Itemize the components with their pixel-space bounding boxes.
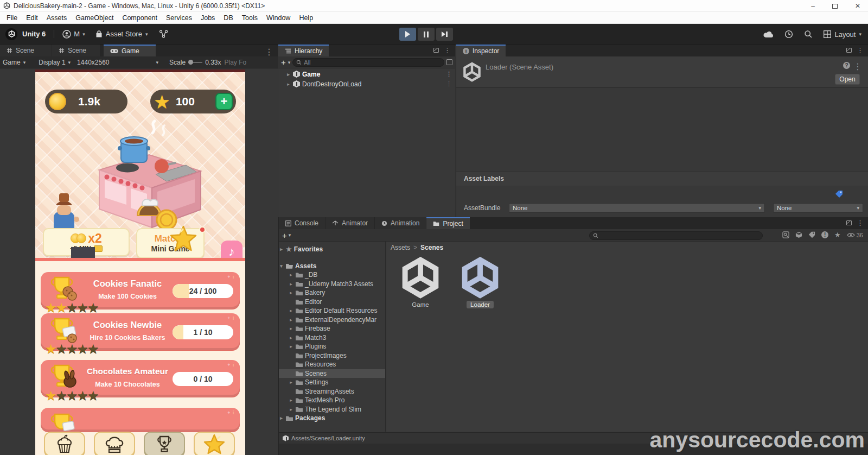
menu-services[interactable]: Services bbox=[162, 14, 196, 22]
play-focused-dropdown[interactable]: Play Fo bbox=[225, 59, 247, 66]
expand-arrow-icon[interactable]: ▸ bbox=[289, 380, 293, 385]
tree-item[interactable]: ▸Editor Default Resources bbox=[279, 306, 385, 315]
display-dropdown[interactable]: Display 1▾ bbox=[39, 59, 71, 66]
collapse-arrow-icon[interactable]: ▾ bbox=[279, 263, 284, 269]
menu-edit[interactable]: Edit bbox=[22, 14, 42, 22]
tree-item[interactable]: ▸_DB bbox=[279, 270, 385, 280]
step-button[interactable] bbox=[436, 28, 453, 41]
expand-arrow-icon[interactable]: ▸ bbox=[289, 281, 293, 287]
tree-item[interactable]: ▸Firebase bbox=[279, 324, 385, 333]
asset-labels-section[interactable]: Asset Labels bbox=[456, 172, 868, 186]
expand-arrow-icon[interactable]: ▸ bbox=[279, 415, 284, 421]
menu-jobs[interactable]: Jobs bbox=[196, 14, 219, 22]
hidden-packages-toggle[interactable]: 36 bbox=[847, 232, 863, 238]
tree-item[interactable]: StreamingAssets bbox=[279, 387, 385, 396]
menu-assets[interactable]: Assets bbox=[42, 14, 72, 22]
tree-item[interactable]: ▸Plugins bbox=[279, 342, 385, 351]
nav-stars-button[interactable] bbox=[194, 432, 235, 455]
play-button[interactable] bbox=[399, 28, 416, 41]
nav-kitchen-button[interactable] bbox=[94, 432, 135, 455]
header-kebab[interactable]: ⋮ bbox=[853, 61, 862, 72]
expand-arrow-icon[interactable]: ▸ bbox=[289, 397, 293, 403]
expand-arrow-icon[interactable]: ▸ bbox=[279, 247, 284, 252]
expand-arrow-icon[interactable]: ▸ bbox=[289, 344, 293, 349]
render-target-dropdown[interactable]: Game▾ bbox=[3, 59, 25, 66]
menu-db[interactable]: DB bbox=[219, 14, 237, 22]
expand-arrow-icon[interactable]: ▸ bbox=[289, 308, 293, 313]
achievement-card[interactable]: + i Cookies Newbie Hire 10 Cookies Baker… bbox=[41, 313, 240, 350]
layout-dropdown[interactable]: Layout ▾ bbox=[824, 30, 861, 39]
tree-item[interactable]: ▸Match3 bbox=[279, 333, 385, 343]
create-button[interactable]: + bbox=[282, 231, 287, 240]
open-button[interactable]: Open bbox=[835, 74, 860, 85]
item-kebab[interactable]: ⋮ bbox=[446, 80, 452, 87]
tab-animation[interactable]: Animation bbox=[375, 217, 426, 229]
assetbundle-dropdown[interactable]: None ▾ bbox=[509, 203, 765, 213]
tree-item-packages[interactable]: ▸Packages bbox=[279, 414, 385, 423]
nav-achievements-button[interactable] bbox=[144, 432, 185, 455]
panel-menu-kebab[interactable]: ⋮ bbox=[857, 46, 864, 54]
hierarchy-item-game[interactable]: ▸ Game ⋮ bbox=[278, 69, 455, 79]
help-icon[interactable]: ? bbox=[843, 62, 850, 69]
dock-icon[interactable] bbox=[846, 48, 852, 53]
asset-bundle-filter-icon[interactable] bbox=[795, 231, 802, 238]
expand-arrow-icon[interactable]: ▸ bbox=[286, 81, 291, 87]
menu-gameobject[interactable]: GameObject bbox=[71, 14, 118, 22]
achievement-card[interactable]: + i bbox=[41, 408, 240, 432]
achievement-card[interactable]: + i Cookies Fanatic Make 100 Cookies 24 … bbox=[41, 272, 240, 309]
expand-arrow-icon[interactable]: ▸ bbox=[289, 290, 293, 295]
maximize-button[interactable] bbox=[832, 4, 838, 9]
tab-inspector[interactable]: i Inspector bbox=[456, 45, 506, 56]
menu-tools[interactable]: Tools bbox=[238, 14, 262, 22]
asset-game-scene[interactable]: Game bbox=[397, 257, 444, 309]
expand-arrow-icon[interactable]: ▸ bbox=[289, 272, 293, 277]
cloud-icon[interactable] bbox=[763, 31, 774, 38]
tree-item[interactable]: ▸TextMesh Pro bbox=[279, 396, 385, 405]
tree-item[interactable]: Resources bbox=[279, 360, 385, 369]
expand-arrow-icon[interactable]: ▸ bbox=[289, 407, 293, 412]
hierarchy-item-dontdestroyonload[interactable]: ▸ DontDestroyOnLoad ⋮ bbox=[278, 79, 455, 89]
pause-button[interactable] bbox=[418, 28, 435, 41]
menu-window[interactable]: Window bbox=[262, 14, 295, 22]
stove-illustration[interactable] bbox=[73, 109, 209, 237]
search-icon[interactable] bbox=[804, 30, 813, 39]
expand-arrow-icon[interactable]: ▸ bbox=[289, 317, 293, 323]
add-stars-button[interactable]: + bbox=[215, 93, 233, 110]
expand-arrow-icon[interactable]: ▸ bbox=[289, 335, 293, 340]
dock-icon[interactable] bbox=[846, 220, 852, 225]
chevron-down-icon[interactable]: ▾ bbox=[289, 232, 291, 238]
tree-item[interactable]: ▸Settings bbox=[279, 378, 385, 387]
tree-item-favorites[interactable]: ▸★Favorites bbox=[279, 245, 385, 254]
breadcrumb-root[interactable]: Assets bbox=[391, 244, 410, 251]
tree-item[interactable]: ▸ExternalDependencyMar bbox=[279, 315, 385, 325]
menu-file[interactable]: File bbox=[2, 14, 22, 22]
tree-item-assets[interactable]: ▾Assets bbox=[279, 262, 385, 271]
scale-slider[interactable] bbox=[188, 62, 202, 63]
search-by-type-icon[interactable] bbox=[782, 231, 789, 238]
tree-item[interactable]: ProjectImages bbox=[279, 351, 385, 361]
panel-menu-kebab[interactable]: ⋮ bbox=[857, 219, 864, 227]
tree-item-scenes-selected[interactable]: Scenes bbox=[279, 369, 385, 378]
tab-console[interactable]: Console bbox=[279, 217, 325, 229]
collectible-star[interactable] bbox=[170, 225, 197, 251]
asset-loader-scene-selected[interactable]: Loader bbox=[457, 257, 503, 309]
menu-help[interactable]: Help bbox=[295, 14, 317, 22]
expand-arrow-icon[interactable]: ▸ bbox=[286, 72, 291, 77]
tab-project[interactable]: Project bbox=[426, 217, 469, 229]
tab-scene-1[interactable]: Scene bbox=[0, 45, 52, 56]
tab-animator[interactable]: Animator bbox=[326, 217, 374, 229]
tab-game[interactable]: Game bbox=[104, 45, 156, 56]
expand-arrow-icon[interactable]: ▸ bbox=[289, 326, 293, 331]
alert-filter-icon[interactable]: ! bbox=[821, 231, 828, 238]
close-button[interactable]: ✕ bbox=[855, 2, 860, 10]
version-control-icon[interactable] bbox=[159, 30, 168, 38]
create-button[interactable]: + bbox=[281, 58, 286, 67]
chevron-down-icon[interactable]: ▾ bbox=[288, 60, 291, 65]
dock-icon[interactable] bbox=[433, 48, 439, 53]
picker-icon[interactable] bbox=[446, 59, 452, 65]
label-tag-icon[interactable] bbox=[835, 190, 843, 198]
favorites-filter-icon[interactable]: ★ bbox=[834, 231, 841, 239]
minimize-button[interactable]: – bbox=[811, 2, 815, 10]
nav-bakery-button[interactable] bbox=[44, 432, 85, 455]
tree-item[interactable]: ▸The Legend of Slim bbox=[279, 405, 385, 414]
